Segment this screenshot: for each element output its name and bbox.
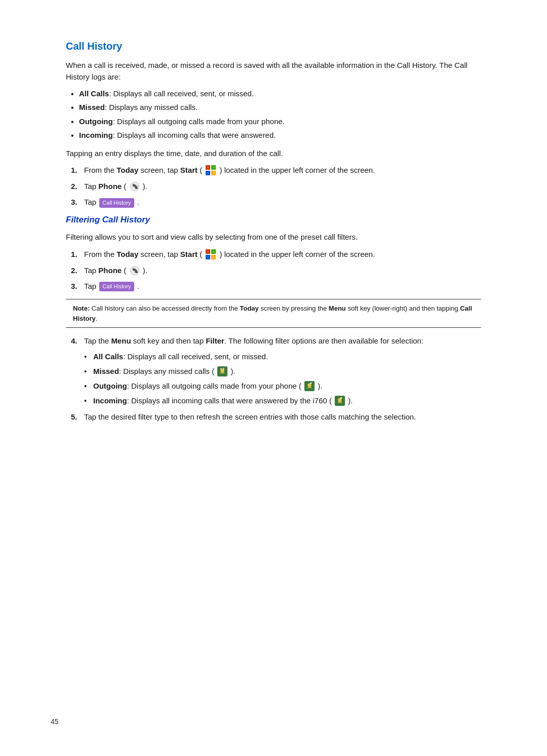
call-history-note: Call History [73,305,472,322]
call-history-badge: Call History [99,198,134,208]
list-item: Missed: Displays any missed calls. [71,102,481,114]
outgoing-term: Outgoing [93,382,127,390]
svg-rect-15 [207,256,209,258]
today-bold: Today [116,166,138,174]
term-all-calls: All Calls [79,89,109,98]
step-f4: Tap the Menu soft key and then tap Filte… [66,335,481,407]
incoming-term: Incoming [93,396,127,405]
all-calls-term: All Calls [93,352,123,361]
filtering-steps-2: Tap the Menu soft key and then tap Filte… [66,335,481,423]
start-bold-f: Start [180,250,198,258]
note-box: Note: Call history can also be accessed … [66,299,481,328]
call-history-badge-f: Call History [99,282,134,291]
section-title-filtering: Filtering Call History [66,215,481,225]
filter-outgoing: Outgoing: Displays all outgoing calls ma… [84,380,481,392]
svg-rect-7 [213,172,214,174]
section-title-call-history: Call History [66,41,481,52]
tapping-note: Tapping an entry displays the time, date… [66,147,481,159]
phone-icon [130,181,140,192]
svg-point-19 [221,368,224,372]
filter-missed: Missed: Displays any missed calls ( ). [84,365,481,377]
term-outgoing: Outgoing [79,117,113,126]
svg-rect-4 [207,167,209,168]
step-f2: Tap Phone ( ). [66,264,481,276]
step-f5: Tap the desired filter type to then refr… [66,411,481,423]
today-bold-f: Today [116,250,138,258]
phone-icon-f [130,266,140,276]
step-2: Tap Phone ( ). [66,180,481,192]
page-content: Call History When a call is received, ma… [66,41,481,423]
step-f1: From the Today screen, tap Start ( ) loc… [66,248,481,260]
call-history-steps: From the Today screen, tap Start ( ) loc… [66,164,481,208]
today-note: Today [240,305,258,312]
filtering-intro: Filtering allows you to sort and view ca… [66,231,481,243]
filter-bold: Filter [206,336,224,345]
svg-rect-13 [207,251,209,252]
outgoing-call-icon [304,381,315,392]
svg-point-21 [308,383,311,387]
svg-rect-5 [213,167,214,168]
start-icon-f [205,249,216,260]
list-item: All Calls: Displays all call received, s… [71,88,481,100]
list-item: Outgoing: Displays all outgoing calls ma… [71,116,481,128]
filter-all-calls: All Calls: Displays all call received, s… [84,351,481,362]
start-icon [205,165,216,176]
phone-bold-f: Phone [98,266,122,275]
svg-rect-6 [207,172,209,174]
svg-rect-16 [213,256,214,258]
step-f3: Tap Call History . [66,280,481,292]
start-bold: Start [180,166,198,174]
call-history-intro: When a call is received, made, or missed… [66,59,481,83]
missed-call-icon [217,366,228,377]
phone-bold: Phone [98,182,122,191]
term-incoming: Incoming [79,131,113,139]
menu-bold: Menu [111,336,131,345]
filter-options-list: All Calls: Displays all call received, s… [84,351,481,406]
note-label: Note: [73,305,90,312]
filter-incoming: Incoming: Displays all incoming calls th… [84,395,481,407]
step-3: Tap Call History . [66,196,481,208]
incoming-call-icon [334,395,345,406]
svg-rect-14 [213,251,214,252]
filtering-steps-1: From the Today screen, tap Start ( ) loc… [66,248,481,292]
list-item: Incoming: Displays all incoming calls th… [71,130,481,141]
missed-term: Missed [93,367,119,375]
call-history-bullet-list: All Calls: Displays all call received, s… [66,88,481,141]
menu-note: Menu [329,305,346,312]
term-missed: Missed [79,103,105,111]
page-number: 45 [51,717,59,726]
step-1: From the Today screen, tap Start ( ) loc… [66,164,481,176]
